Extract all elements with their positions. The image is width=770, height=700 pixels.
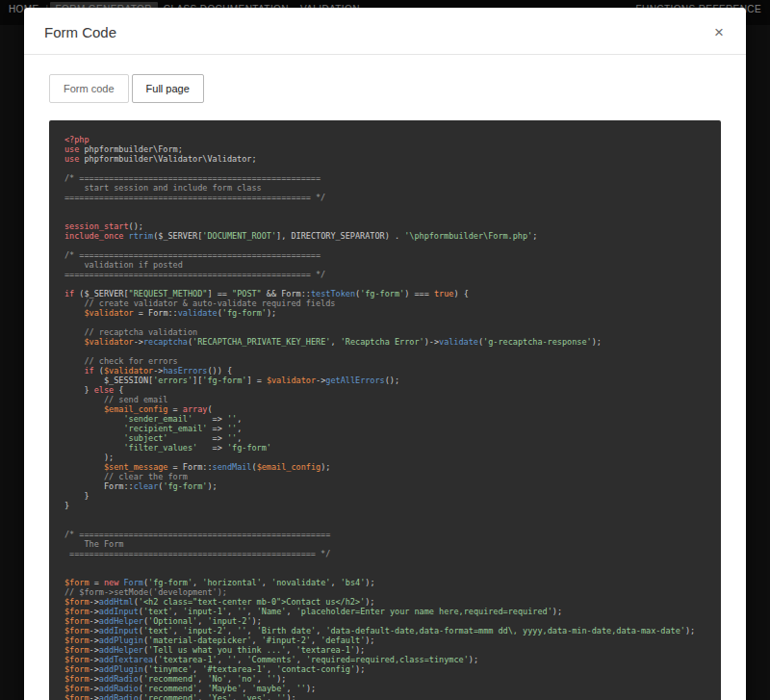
code-token-s: 'Name': [257, 607, 287, 616]
code-token-v: $form: [64, 578, 90, 587]
code-token-v: $validator: [84, 308, 133, 318]
code-token-p: ,: [173, 607, 183, 616]
code-line: 'subject' => '',: [64, 433, 706, 443]
code-token-p: ,: [197, 616, 207, 626]
code-token-s: 'text': [143, 626, 173, 635]
code-token-f: recaptcha: [143, 337, 188, 347]
code-token-v: $form: [64, 616, 90, 626]
code-token-p: =: [90, 578, 104, 587]
code-token-p: ->: [90, 607, 99, 616]
code-line: }: [64, 501, 706, 510]
code-token-s: 'contact-config': [276, 664, 355, 674]
code-token-p: ($_SERVER[: [74, 289, 128, 298]
code-token-s: 'recommend': [143, 684, 197, 693]
code-token-v: $form: [64, 645, 90, 655]
code-token-p: ,: [316, 626, 325, 635]
code-token-s: 'Yes': [207, 693, 232, 700]
code-token-p: ,: [197, 674, 207, 684]
code-token-s: 'fg-form': [227, 443, 271, 453]
code-token-s: 'Optional': [148, 616, 197, 626]
code-token-p: ,: [173, 626, 183, 635]
code-line: $form->addTextarea('textarea-1', '', 'Co…: [64, 655, 706, 664]
code-token-s: 'input-1': [183, 607, 227, 616]
tab-form-code[interactable]: Form code: [49, 74, 129, 103]
code-token-k: use: [64, 154, 79, 164]
code-token-s: 'input-2': [207, 616, 251, 626]
code-token-s: '': [267, 674, 276, 684]
code-token-p: ][: [192, 376, 202, 385]
code-token-c: // create validator & auto-validate requ…: [64, 298, 335, 308]
code-token-s: 'Tell us what you think ...': [148, 645, 286, 655]
code-token-p: ,: [267, 664, 276, 674]
code-token-c: /* =====================================…: [64, 250, 321, 260]
code-line: $_SESSION['errors']['fg-form'] = $valida…: [64, 376, 706, 385]
code-token-p: ()) {: [207, 366, 232, 376]
code-token-f: sendMail: [213, 462, 252, 472]
code-token-s: 'bs4': [341, 578, 366, 587]
code-token-c: validation if posted: [64, 260, 183, 270]
code-line: [64, 568, 706, 578]
code-token-p: ;: [532, 231, 537, 241]
code-token-s: 'recommend': [143, 693, 197, 700]
code-line: $form->addRadio('recommend', 'Maybe', 'm…: [64, 684, 706, 693]
code-line: session_start();: [64, 221, 706, 231]
code-token-k: use: [64, 144, 79, 154]
code-token-s: 'placeholder=Enter your name here,requir…: [296, 607, 552, 616]
code-line: $form = new Form('fg-form', 'horizontal'…: [64, 578, 706, 587]
code-token-p: ,: [330, 578, 340, 587]
code-line: }: [64, 491, 706, 501]
code-token-p: [64, 443, 123, 453]
code-token-p: ,: [257, 674, 267, 684]
code-line: validation if posted: [64, 260, 706, 270]
code-token-s: '#input-2': [262, 635, 311, 645]
code-line: $form->addHelper('Optional', 'input-2');: [64, 616, 706, 626]
code-token-s: 'data-default-date,data-format=mmm dd\, …: [325, 626, 685, 635]
code-line: if ($validator->hasErrors()) {: [64, 366, 706, 376]
code-line: // create validator & auto-validate requ…: [64, 298, 706, 308]
code-line: $form->addRadio('recommend', 'Yes', 'yes…: [64, 693, 706, 700]
code-token-k: include_once: [64, 231, 123, 241]
code-token-v: $validator: [267, 376, 316, 385]
code-token-s: 'required=required,class=tinymce': [306, 655, 469, 664]
code-token-c: // send email: [64, 395, 167, 404]
code-line: $form->addInput('text', 'input-1', '', '…: [64, 607, 706, 616]
code-line: /* =====================================…: [64, 250, 706, 260]
code-token-p: ,: [237, 655, 246, 664]
code-token-c: /* =====================================…: [64, 173, 321, 183]
code-token-f: addHtml: [99, 597, 134, 607]
code-token-p: phpformbuilder\Form;: [79, 144, 182, 154]
code-token-p: ->: [90, 693, 99, 700]
code-token-p: ->: [134, 337, 143, 347]
code-token-p: ,: [227, 607, 237, 616]
code-line: $email_config = array(: [64, 404, 706, 414]
code-line: 'sender_email' => '',: [64, 414, 706, 424]
code-token-p: ,: [237, 414, 242, 424]
code-token-p: && Form::: [262, 289, 311, 298]
code-token-p: [64, 337, 84, 347]
code-token-p: );: [469, 655, 478, 664]
code-token-c: ========================================…: [64, 193, 325, 202]
code-token-s: 'Comments': [246, 655, 295, 664]
code-token-s: '': [296, 684, 306, 693]
code-token-p: = Form::: [134, 308, 178, 318]
code-token-b: true: [434, 289, 453, 298]
code-token-p: ,: [197, 684, 207, 693]
code-token-p: );: [355, 664, 365, 674]
code-token-p: );: [365, 635, 374, 645]
code-token-p: );: [267, 308, 276, 318]
code-token-v: $form: [64, 655, 90, 664]
code-token-v: $form: [64, 674, 90, 684]
tab-full-page[interactable]: Full page: [132, 74, 204, 103]
code-token-p: );: [207, 481, 217, 491]
close-icon[interactable]: ×: [712, 24, 726, 40]
code-line: /* =====================================…: [64, 530, 706, 539]
code-token-p: ,: [286, 645, 295, 655]
code-token-v: $form: [64, 664, 90, 674]
code-token-p: );: [306, 684, 316, 693]
code-token-f: addInput: [99, 626, 139, 635]
code-line: 'filter_values' => 'fg-form': [64, 443, 706, 453]
code-token-c: /* =====================================…: [64, 530, 330, 539]
code-token-s: '': [227, 655, 237, 664]
modal-title: Form Code: [44, 24, 116, 40]
code-token-c: start session and include form class: [64, 183, 262, 193]
